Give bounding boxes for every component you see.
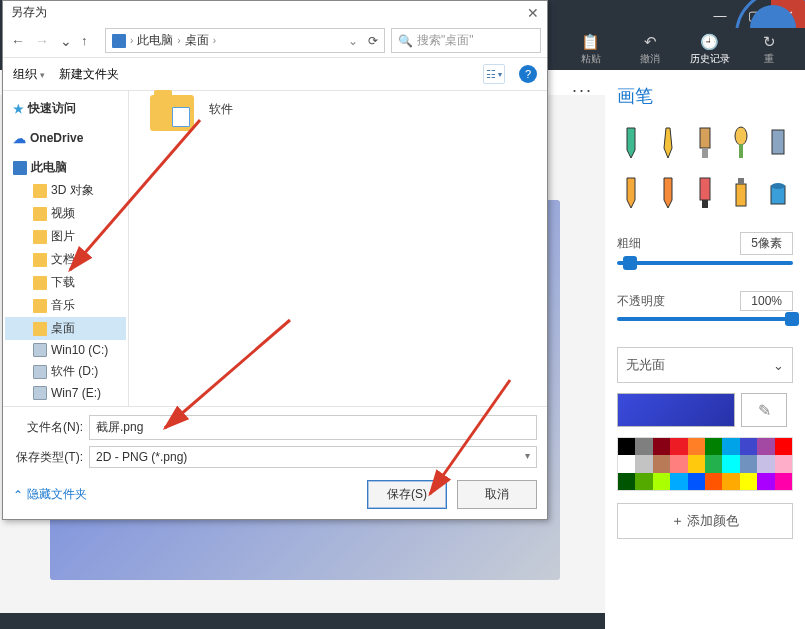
current-color-swatch[interactable] (617, 393, 735, 427)
tree-downloads[interactable]: 下载 (5, 271, 126, 294)
palette-swatch[interactable] (705, 455, 722, 472)
palette-swatch[interactable] (775, 455, 792, 472)
palette-swatch[interactable] (705, 438, 722, 455)
tree-drive-d[interactable]: 软件 (D:) (5, 360, 126, 383)
palette-swatch[interactable] (775, 438, 792, 455)
brush-grid (617, 126, 793, 210)
palette-swatch[interactable] (670, 438, 687, 455)
save-button[interactable]: 保存(S) (367, 480, 447, 509)
opacity-slider[interactable] (617, 317, 793, 321)
newfolder-button[interactable]: 新建文件夹 (59, 66, 119, 83)
file-listing[interactable]: 软件 (129, 91, 547, 406)
brush-pen[interactable] (654, 126, 682, 160)
brush-highlighter[interactable] (691, 176, 719, 210)
opacity-value[interactable]: 100% (740, 291, 793, 311)
palette-swatch[interactable] (618, 473, 635, 490)
breadcrumb-pc[interactable]: 此电脑 (137, 32, 173, 49)
palette-swatch[interactable] (757, 455, 774, 472)
size-slider-thumb[interactable] (623, 256, 637, 270)
palette-swatch[interactable] (635, 455, 652, 472)
tree-drive-e[interactable]: Win7 (E:) (5, 383, 126, 403)
nav-up-button[interactable]: ↑ (81, 33, 99, 48)
tree-desktop[interactable]: 桌面 (5, 317, 126, 340)
brush-flat[interactable] (691, 126, 719, 160)
help-button[interactable]: ? (519, 65, 537, 83)
dialog-body: ★快速访问 ☁OneDrive 此电脑 3D 对象 视频 图片 文档 下载 音乐… (3, 91, 547, 406)
palette-swatch[interactable] (653, 438, 670, 455)
size-slider[interactable] (617, 261, 793, 265)
svg-point-14 (771, 183, 785, 189)
palette-swatch[interactable] (653, 473, 670, 490)
eyedropper-button[interactable]: ✎ (741, 393, 787, 427)
breadcrumb-dropdown-icon[interactable]: ⌄ (348, 34, 358, 48)
add-color-button[interactable]: ＋ 添加颜色 (617, 503, 793, 539)
opacity-slider-thumb[interactable] (785, 312, 799, 326)
palette-swatch[interactable] (705, 473, 722, 490)
refresh-icon[interactable]: ⟳ (368, 34, 378, 48)
svg-rect-9 (700, 178, 710, 200)
tree-quickaccess[interactable]: ★快速访问 (5, 97, 126, 120)
palette-swatch[interactable] (688, 438, 705, 455)
hide-folders-link[interactable]: ⌃ 隐藏文件夹 (13, 486, 87, 503)
palette-swatch[interactable] (775, 473, 792, 490)
brush-round[interactable] (727, 126, 755, 160)
dialog-close-button[interactable]: ✕ (527, 5, 539, 21)
search-icon: 🔍 (398, 34, 413, 48)
palette-swatch[interactable] (653, 455, 670, 472)
nav-forward-button[interactable]: → (33, 33, 51, 49)
size-value[interactable]: 5像素 (740, 232, 793, 255)
paste-icon: 📋 (566, 33, 616, 51)
finish-dropdown[interactable]: 无光面 ⌄ (617, 347, 793, 383)
palette-swatch[interactable] (740, 455, 757, 472)
ribbon-undo[interactable]: ↶ 撤消 (625, 33, 675, 66)
minimize-button[interactable]: — (703, 0, 737, 30)
filetype-value: 2D - PNG (*.png) (96, 450, 187, 464)
palette-swatch[interactable] (740, 438, 757, 455)
palette-swatch[interactable] (722, 455, 739, 472)
filename-input[interactable]: 截屏.png (89, 415, 537, 440)
palette-swatch[interactable] (635, 473, 652, 490)
tree-video[interactable]: 视频 (5, 202, 126, 225)
cancel-button[interactable]: 取消 (457, 480, 537, 509)
ribbon-history[interactable]: 🕘 历史记录 (685, 33, 735, 66)
brush-eraser[interactable] (764, 126, 792, 160)
brush-bucket[interactable] (764, 176, 792, 210)
palette-swatch[interactable] (740, 473, 757, 490)
view-button[interactable]: ☷▾ (483, 64, 505, 84)
organize-button[interactable]: 组织 ▾ (13, 66, 45, 83)
brush-pencil2[interactable] (654, 176, 682, 210)
palette-swatch[interactable] (757, 473, 774, 490)
palette-swatch[interactable] (635, 438, 652, 455)
brush-pencil[interactable] (617, 176, 645, 210)
tree-onedrive[interactable]: ☁OneDrive (5, 128, 126, 148)
search-input[interactable]: 🔍 搜索"桌面" (391, 28, 541, 53)
palette-swatch[interactable] (757, 438, 774, 455)
tree-music[interactable]: 音乐 (5, 294, 126, 317)
file-item-folder[interactable] (137, 95, 207, 135)
chevron-right-icon: › (130, 35, 133, 46)
palette-swatch[interactable] (688, 455, 705, 472)
more-icon[interactable]: ··· (572, 80, 593, 101)
brush-marker[interactable] (617, 126, 645, 160)
tree-pc[interactable]: 此电脑 (5, 156, 126, 179)
palette-swatch[interactable] (670, 455, 687, 472)
filetype-select[interactable]: 2D - PNG (*.png) ▾ (89, 446, 537, 468)
brush-spray[interactable] (727, 176, 755, 210)
palette-swatch[interactable] (722, 473, 739, 490)
nav-back-button[interactable]: ← (9, 33, 27, 49)
palette-swatch[interactable] (618, 455, 635, 472)
breadcrumb[interactable]: › 此电脑 › 桌面 › ⌄ ⟳ (105, 28, 385, 53)
palette-swatch[interactable] (688, 473, 705, 490)
tree-3dobjects[interactable]: 3D 对象 (5, 179, 126, 202)
nav-recent-button[interactable]: ⌄ (57, 33, 75, 49)
current-color-row: ✎ (617, 393, 793, 427)
palette-swatch[interactable] (618, 438, 635, 455)
ribbon-paste[interactable]: 📋 粘贴 (566, 33, 616, 66)
breadcrumb-folder[interactable]: 桌面 (185, 32, 209, 49)
ribbon-redo[interactable]: ↻ 重 (744, 33, 794, 66)
tree-pictures[interactable]: 图片 (5, 225, 126, 248)
palette-swatch[interactable] (722, 438, 739, 455)
palette-swatch[interactable] (670, 473, 687, 490)
tree-docs[interactable]: 文档 (5, 248, 126, 271)
tree-drive-c[interactable]: Win10 (C:) (5, 340, 126, 360)
